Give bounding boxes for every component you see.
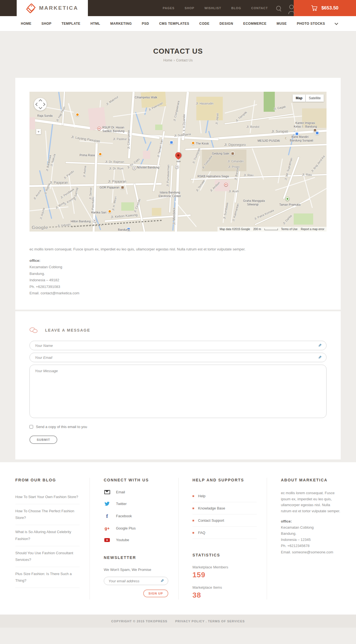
map-road [113, 112, 146, 117]
map-label: Electronic Center [159, 194, 181, 198]
newsletter-email-input[interactable] [108, 579, 160, 583]
report-map-error-link[interactable]: Report a map error [301, 228, 324, 231]
map-label: Raja Sunda [37, 114, 53, 117]
nav-design[interactable]: DESIGN [219, 22, 233, 26]
copyright-text: COPYRIGHT © 2015 TOKOPRESS [111, 620, 167, 623]
name-input[interactable] [34, 343, 318, 348]
message-textarea[interactable] [29, 365, 327, 418]
brand-tag-icon [26, 3, 35, 13]
help-link[interactable]: Help [192, 490, 257, 502]
hotel-icon [132, 166, 136, 170]
social-link-google-plus[interactable]: g+ Google Plus [104, 526, 168, 530]
help-link[interactable]: Contact Support [192, 514, 257, 527]
map-label: RSUP Dr. Hasan [102, 126, 124, 129]
email-input[interactable] [34, 355, 318, 360]
nav-shop[interactable]: SHOP [41, 22, 51, 26]
map-road [275, 177, 315, 191]
map-label: Cihampelas Walk [135, 96, 157, 99]
blog-link[interactable]: Should You Use Fashion Consultant Servic… [15, 546, 80, 567]
top-nav-blog[interactable]: BLOG [231, 6, 241, 10]
google-plus-icon: g+ [104, 526, 110, 530]
send-copy-row: Send a copy of this email to you [29, 425, 327, 429]
help-link[interactable]: FAQ [192, 527, 257, 539]
nav-template[interactable]: TEMPLATE [61, 22, 80, 26]
social-link-facebook[interactable]: f Facebook [104, 513, 168, 519]
name-field-wrap: ✎ [29, 341, 327, 350]
map-pin-shadow [176, 161, 181, 162]
top-nav-pages[interactable]: PAGES [163, 6, 175, 10]
map-label: Jl. Layang Pasupati [71, 135, 100, 143]
map-label: Jl. Gagak [273, 105, 286, 111]
map-water [288, 131, 295, 155]
statistics-heading: STATISTICS [192, 553, 257, 557]
user-account-icon[interactable] [289, 7, 294, 9]
map-label: Jl. Pasteur [113, 137, 127, 141]
map-area-patch [152, 208, 161, 216]
nav-photo-stocks[interactable]: PHOTO STOCKS [297, 22, 325, 26]
map-area-patch [196, 97, 223, 120]
contact-info-card: H H ☾ + Map Satellite Google Map data ©2… [15, 78, 341, 310]
office-address: office: Kecamatan Coblong Bandung. Indon… [29, 257, 327, 296]
nav-psd[interactable]: PSD [142, 22, 149, 26]
nav-muse[interactable]: MUSE [276, 22, 287, 26]
footer-links[interactable]: PRIVACY POLICY . TERMS OF SERVICES [175, 620, 245, 623]
cart-button[interactable]: $653.50 [294, 0, 356, 16]
blog-link[interactable]: How To Choose The Perfect Fashion Store? [15, 504, 80, 525]
map-label: Bandung [118, 228, 130, 231]
map-view-button[interactable]: Map [293, 95, 305, 102]
map-label: Jl. Ir. H.Djuanda [182, 114, 186, 135]
about-heading: ABOUT MARKETICA [281, 478, 341, 482]
signup-button[interactable]: SIGN UP [143, 590, 168, 597]
nav-html[interactable]: HTML [90, 22, 100, 26]
newsletter-tagline: We Won't Spam, We Promise [104, 568, 168, 572]
search-icon[interactable] [276, 6, 281, 11]
chevron-down-icon[interactable] [335, 21, 338, 25]
blog-link[interactable]: What is So Alluring About Celebrity Fash… [15, 525, 80, 546]
category-nav: HOME SHOP TEMPLATE HTML MARKETING PSD CM… [0, 16, 356, 31]
top-nav-contact[interactable]: CONTACT [251, 6, 268, 10]
hospital-icon: H [224, 183, 228, 187]
breadcrumb-current: Contact Us [176, 58, 192, 62]
blog-link[interactable]: Plus Size Fashion: Is There Such a Thing… [15, 567, 80, 588]
map-label: Jl. Patra Komala [253, 208, 274, 220]
map-label: Kelas I - Bandung [294, 125, 317, 128]
stat-label: Marketplace Members [192, 565, 257, 569]
social-link-youtube[interactable]: Youtube [104, 538, 168, 542]
terms-of-use-link[interactable]: Terms of Use [281, 228, 298, 231]
form-heading-row: LEAVE A MESSAGE [29, 327, 327, 334]
breadcrumb-home[interactable]: Home [163, 58, 172, 62]
social-link-twitter[interactable]: Twitter [104, 502, 168, 506]
map-label: Jl. Japati [215, 113, 219, 125]
pen-icon: ✎ [318, 355, 322, 360]
map-area-patch [121, 202, 134, 211]
map-label: Prima Rasa [80, 153, 95, 157]
map-zoom-in-button[interactable]: + [36, 129, 41, 134]
nav-code[interactable]: CODE [199, 22, 210, 26]
map-road [175, 201, 197, 227]
help-link[interactable]: Knowladge Base [192, 502, 257, 514]
satellite-view-button[interactable]: Satellite [306, 95, 324, 102]
top-nav-wishlist[interactable]: WISHLIST [204, 6, 221, 10]
logo[interactable]: MARKETICA [17, 0, 88, 16]
map-area-patch [143, 151, 150, 159]
social-link-email[interactable]: Email [104, 490, 168, 494]
map-label: Jl. Dahlia [282, 214, 293, 225]
send-copy-checkbox[interactable] [29, 425, 33, 429]
footer-blog-column: FROM OUR BLOG How To Start Your Own Fash… [15, 478, 90, 600]
map-pan-control[interactable] [34, 98, 47, 111]
map-road [45, 131, 48, 161]
top-nav-shop[interactable]: SHOP [185, 6, 194, 10]
map-road [160, 103, 167, 128]
map-label: Sadikin Bandung [102, 129, 124, 133]
submit-button[interactable]: SUBMIT [29, 436, 57, 444]
map-area-patch [294, 213, 313, 225]
nav-marketing[interactable]: MARKETING [110, 22, 132, 26]
office-line: Email. someone@someone.com [281, 549, 341, 555]
nav-cms-templates[interactable]: CMS TEMPLATES [159, 22, 189, 26]
nav-home[interactable]: HOME [21, 22, 31, 26]
google-map[interactable]: H H ☾ + Map Satellite Google Map data ©2… [29, 92, 327, 232]
blog-link[interactable]: How To Start Your Own Fashion Store? [15, 490, 80, 504]
nav-ecommerce[interactable]: ECOMMERCE [243, 22, 266, 26]
bullet-icon [192, 520, 194, 521]
blog-heading: FROM OUR BLOG [15, 478, 80, 482]
